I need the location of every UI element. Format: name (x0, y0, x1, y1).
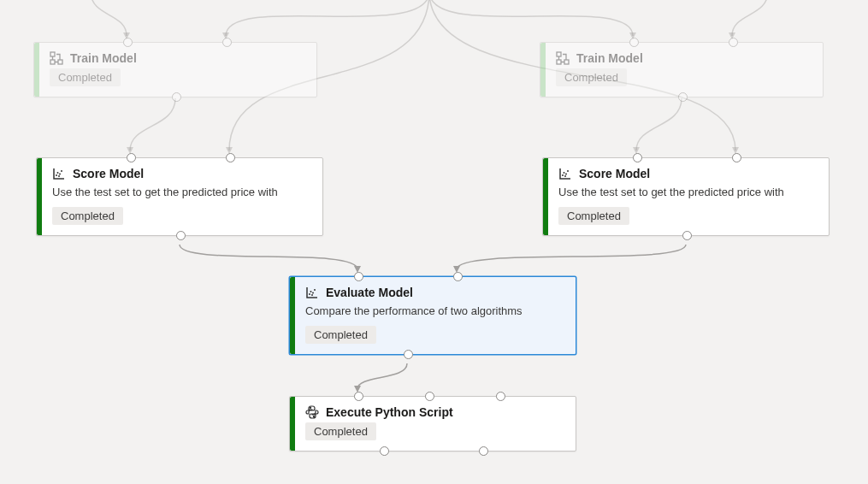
output-port[interactable] (172, 92, 181, 102)
svg-point-17 (56, 174, 57, 176)
svg-point-21 (58, 175, 60, 177)
status-badge: Completed (305, 326, 376, 344)
input-port[interactable] (629, 38, 639, 47)
output-port[interactable] (404, 350, 413, 359)
node-body: Train Model Completed (546, 43, 823, 97)
node-score-model-right[interactable]: Score Model Use the test set to get the … (542, 157, 830, 236)
scatter-chart-icon (558, 167, 572, 180)
input-port[interactable] (425, 392, 434, 401)
python-icon (305, 405, 319, 419)
node-score-model-left[interactable]: Score Model Use the test set to get the … (36, 157, 323, 236)
flowchart-icon (50, 51, 63, 65)
input-port[interactable] (633, 153, 642, 162)
node-title: Score Model (73, 167, 144, 180)
svg-point-31 (311, 294, 313, 296)
output-port[interactable] (678, 92, 688, 102)
svg-point-22 (562, 174, 564, 176)
scatter-chart-icon (52, 167, 66, 180)
node-description: Use the test set to get the predicted pr… (52, 186, 312, 198)
output-port[interactable] (479, 446, 488, 456)
status-badge: Completed (50, 68, 121, 86)
svg-point-27 (309, 293, 310, 295)
input-port[interactable] (222, 38, 232, 47)
svg-point-25 (567, 170, 569, 172)
svg-rect-14 (557, 52, 561, 56)
svg-rect-15 (564, 60, 569, 64)
svg-point-32 (310, 407, 310, 408)
node-body: Execute Python Script Completed (295, 397, 576, 451)
svg-point-33 (313, 416, 314, 417)
input-port[interactable] (354, 392, 363, 401)
input-port[interactable] (127, 153, 136, 162)
status-badge: Completed (556, 68, 627, 86)
node-title: Execute Python Script (326, 405, 453, 419)
svg-point-29 (312, 292, 314, 294)
node-execute-python-script[interactable]: Execute Python Script Completed (289, 396, 576, 452)
flowchart-icon (556, 51, 570, 65)
svg-point-24 (565, 174, 567, 175)
svg-point-18 (57, 172, 59, 174)
svg-point-19 (59, 174, 61, 175)
input-port[interactable] (729, 38, 738, 47)
input-port[interactable] (453, 272, 463, 281)
status-badge: Completed (305, 422, 376, 440)
node-title: Evaluate Model (326, 286, 413, 299)
svg-rect-12 (58, 60, 62, 64)
pipeline-canvas[interactable]: Train Model Completed Train Model Comple… (0, 0, 868, 484)
scatter-chart-icon (305, 286, 319, 299)
svg-rect-11 (50, 52, 55, 56)
node-body: Score Model Use the test set to get the … (42, 158, 322, 235)
node-title: Train Model (576, 51, 643, 65)
input-port[interactable] (496, 392, 505, 401)
svg-rect-16 (557, 60, 561, 64)
input-port[interactable] (732, 153, 741, 162)
status-badge: Completed (558, 207, 629, 225)
svg-point-20 (61, 170, 62, 172)
node-evaluate-model[interactable]: Evaluate Model Compare the performance o… (289, 276, 576, 355)
output-port[interactable] (682, 231, 692, 240)
node-title: Train Model (70, 51, 137, 65)
node-train-model-left[interactable]: Train Model Completed (33, 42, 317, 97)
node-body: Evaluate Model Compare the performance o… (295, 277, 576, 354)
svg-point-23 (564, 172, 565, 174)
node-body: Score Model Use the test set to get the … (548, 158, 829, 235)
node-body: Train Model Completed (39, 43, 316, 97)
svg-point-26 (564, 175, 566, 177)
node-train-model-right[interactable]: Train Model Completed (540, 42, 824, 97)
node-description: Use the test set to get the predicted pr… (558, 186, 818, 198)
input-port[interactable] (354, 272, 363, 281)
node-description: Compare the performance of two algorithm… (305, 304, 565, 317)
svg-rect-13 (50, 60, 55, 64)
node-title: Score Model (579, 167, 650, 180)
input-port[interactable] (123, 38, 133, 47)
output-port[interactable] (380, 446, 389, 456)
svg-point-28 (310, 291, 312, 292)
output-port[interactable] (176, 231, 186, 240)
input-port[interactable] (226, 153, 235, 162)
status-badge: Completed (52, 207, 123, 225)
svg-point-30 (314, 289, 316, 291)
